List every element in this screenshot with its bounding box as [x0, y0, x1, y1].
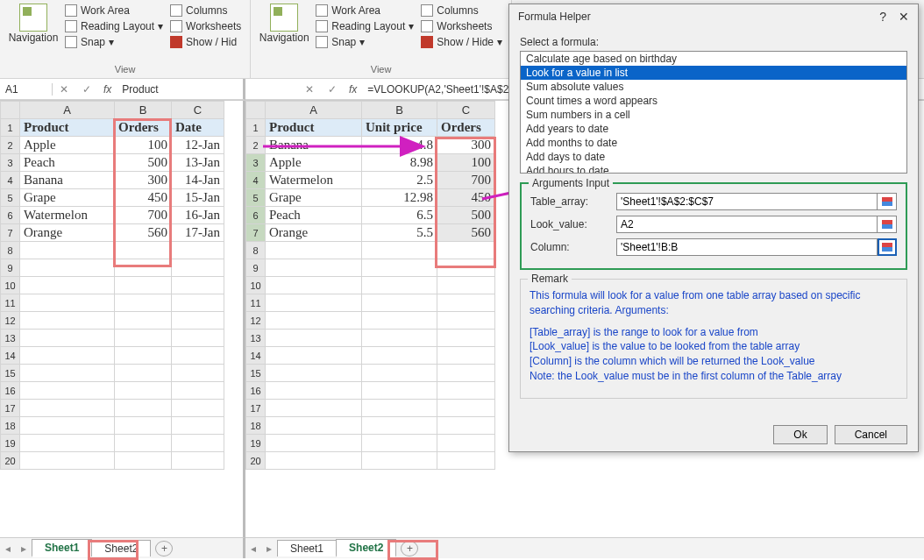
- empty-cell[interactable]: [20, 365, 115, 382]
- row-header[interactable]: 18: [246, 417, 266, 435]
- data-cell[interactable]: 13-Jan: [172, 154, 224, 172]
- fx-icon-2[interactable]: fx: [344, 83, 362, 96]
- data-cell[interactable]: Banana: [20, 172, 115, 189]
- col-header[interactable]: A: [20, 102, 115, 119]
- empty-cell[interactable]: [362, 242, 437, 259]
- data-cell[interactable]: Watermelon: [266, 172, 362, 189]
- data-cell[interactable]: Orange: [266, 224, 362, 242]
- row-header[interactable]: 16: [1, 382, 20, 400]
- data-cell[interactable]: 700: [115, 207, 172, 224]
- empty-cell[interactable]: [362, 330, 437, 347]
- row-header[interactable]: 15: [1, 365, 20, 382]
- empty-cell[interactable]: [172, 365, 224, 382]
- row-header[interactable]: 2: [1, 137, 20, 154]
- tab-prev-icon[interactable]: ◂: [0, 542, 16, 555]
- empty-cell[interactable]: [20, 294, 115, 312]
- data-cell[interactable]: Apple: [266, 154, 362, 172]
- empty-cell[interactable]: [266, 347, 362, 365]
- row-header[interactable]: 11: [1, 294, 20, 312]
- header-cell[interactable]: Product: [266, 119, 362, 137]
- data-cell[interactable]: Apple: [20, 137, 115, 154]
- empty-cell[interactable]: [172, 312, 224, 330]
- row-header[interactable]: 10: [1, 277, 20, 294]
- grid-sheet1[interactable]: ABC1ProductOrdersDate2Apple10012-Jan3Pea…: [0, 101, 224, 470]
- dialog-titlebar[interactable]: Formula Helper ? ✕: [509, 4, 918, 29]
- data-cell[interactable]: Peach: [20, 154, 115, 172]
- navigation-button-2[interactable]: Navigation: [258, 4, 310, 49]
- tab-sheet2-left[interactable]: Sheet2: [91, 540, 151, 556]
- snap-button[interactable]: Snap ▾: [63, 35, 165, 49]
- row-header[interactable]: 17: [246, 400, 266, 417]
- row-header[interactable]: 10: [246, 277, 266, 294]
- data-cell[interactable]: 500: [115, 154, 172, 172]
- row-header[interactable]: 14: [246, 347, 266, 365]
- formula-option[interactable]: Calculate age based on birthday: [521, 52, 906, 66]
- row-header[interactable]: 18: [1, 417, 20, 435]
- empty-cell[interactable]: [437, 312, 495, 330]
- empty-cell[interactable]: [362, 277, 437, 294]
- empty-cell[interactable]: [115, 382, 172, 400]
- empty-cell[interactable]: [437, 365, 495, 382]
- tab-sheet1-left[interactable]: Sheet1: [32, 539, 92, 557]
- row-header[interactable]: 19: [246, 435, 266, 452]
- formula-list[interactable]: Calculate age based on birthdayLook for …: [520, 51, 907, 174]
- col-header[interactable]: B: [362, 102, 437, 119]
- empty-cell[interactable]: [172, 452, 224, 470]
- empty-cell[interactable]: [437, 277, 495, 294]
- empty-cell[interactable]: [437, 400, 495, 417]
- row-header[interactable]: 9: [246, 259, 266, 277]
- range-select-icon[interactable]: [878, 238, 897, 256]
- formula-option[interactable]: Sum absolute values: [521, 80, 906, 94]
- data-cell[interactable]: 14-Jan: [172, 172, 224, 189]
- tab-sheet1-right[interactable]: Sheet1: [277, 540, 337, 556]
- empty-cell[interactable]: [362, 417, 437, 435]
- empty-cell[interactable]: [172, 417, 224, 435]
- data-cell[interactable]: 15-Jan: [172, 189, 224, 207]
- empty-cell[interactable]: [362, 452, 437, 470]
- formula-option[interactable]: Add months to date: [521, 136, 906, 150]
- empty-cell[interactable]: [115, 330, 172, 347]
- row-header[interactable]: 17: [1, 400, 20, 417]
- data-cell[interactable]: Orange: [20, 224, 115, 242]
- range-select-icon[interactable]: [878, 193, 897, 210]
- empty-cell[interactable]: [266, 365, 362, 382]
- empty-cell[interactable]: [266, 277, 362, 294]
- header-cell[interactable]: Date: [172, 119, 224, 137]
- empty-cell[interactable]: [362, 365, 437, 382]
- empty-cell[interactable]: [266, 452, 362, 470]
- tab-sheet2-right[interactable]: Sheet2: [336, 539, 396, 557]
- row-header[interactable]: 6: [1, 207, 20, 224]
- col-header[interactable]: B: [115, 102, 172, 119]
- empty-cell[interactable]: [115, 365, 172, 382]
- row-header[interactable]: 16: [246, 382, 266, 400]
- row-header[interactable]: 7: [1, 224, 20, 242]
- row-header[interactable]: 15: [246, 365, 266, 382]
- row-header[interactable]: 12: [246, 312, 266, 330]
- row-header[interactable]: 11: [246, 294, 266, 312]
- row-header[interactable]: 7: [246, 224, 266, 242]
- empty-cell[interactable]: [437, 452, 495, 470]
- empty-cell[interactable]: [437, 259, 495, 277]
- data-cell[interactable]: 2.5: [362, 172, 437, 189]
- empty-cell[interactable]: [20, 330, 115, 347]
- row-header[interactable]: 9: [1, 259, 20, 277]
- row-header[interactable]: 5: [246, 189, 266, 207]
- empty-cell[interactable]: [172, 242, 224, 259]
- add-sheet-icon[interactable]: +: [155, 541, 173, 556]
- empty-cell[interactable]: [266, 435, 362, 452]
- formula-option[interactable]: Sum numbers in a cell: [521, 108, 906, 122]
- empty-cell[interactable]: [172, 259, 224, 277]
- empty-cell[interactable]: [362, 435, 437, 452]
- empty-cell[interactable]: [172, 347, 224, 365]
- accept-formula-icon[interactable]: ✓: [75, 81, 98, 98]
- row-header[interactable]: 13: [246, 330, 266, 347]
- empty-cell[interactable]: [20, 242, 115, 259]
- add-sheet-icon-2[interactable]: +: [401, 541, 418, 556]
- row-header[interactable]: 4: [246, 172, 266, 189]
- show-hide-button-2[interactable]: Show / Hide ▾: [419, 35, 504, 49]
- help-icon[interactable]: ?: [879, 10, 886, 24]
- empty-cell[interactable]: [266, 382, 362, 400]
- row-header[interactable]: 8: [246, 242, 266, 259]
- empty-cell[interactable]: [266, 294, 362, 312]
- empty-cell[interactable]: [437, 347, 495, 365]
